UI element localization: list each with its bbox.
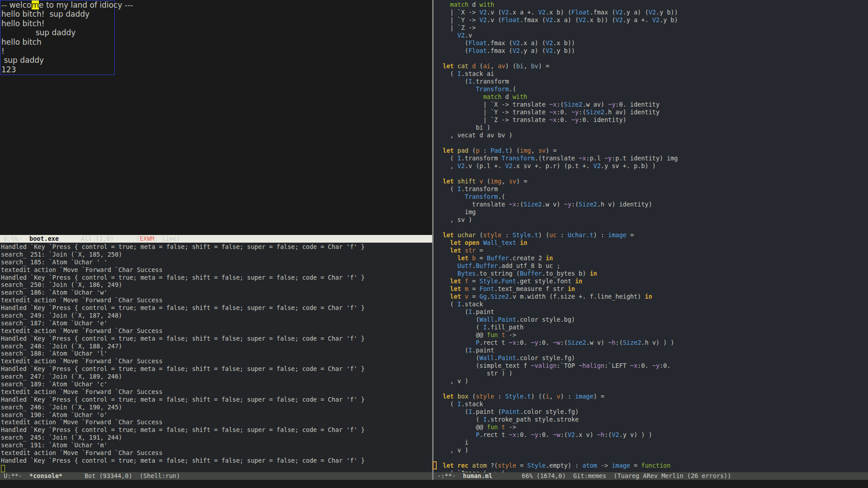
text-line: str ) ) (435, 370, 868, 377)
text-line: Handled `Key `Press { control = true; me… (1, 335, 432, 343)
text-line: ( I.stack ai (435, 70, 868, 78)
text-line: ( I.transform (435, 185, 868, 193)
modeline-boot-exe: U:%%- boot.exe All (1,0) (EXWM: line) (0, 235, 432, 243)
text-line: (I.paint (435, 308, 868, 316)
text-line: -- welcome to my land of idiocy --- (1, 0, 133, 9)
text-line: 123 (1, 65, 133, 74)
text-line: | `Y -> V2.v (Float.fmax (V2.x a) (V2.x … (435, 16, 868, 24)
text-line: match d with (435, 1, 868, 9)
text-line: hello bitch (1, 38, 133, 47)
text-line: | `X -> translate ~x:(Size2.w av) ~y:0. … (435, 101, 868, 108)
text-line: ( I.stroke_path style.stroke (435, 416, 868, 423)
text-line: bi ) (435, 124, 868, 131)
text-line: textedit action `Move `Forward `Char Suc… (1, 327, 432, 335)
text-line: , v ) (435, 377, 868, 385)
text-line: search_ 247: `Join (`X, 189, 246) (1, 373, 432, 380)
text-line: let box (style : Style.t) ((i, v) : imag… (435, 393, 868, 400)
text-line: P.rect t ~x:0. ~y:0. ~w:(Size2.w v) ~h:(… (435, 339, 868, 347)
text-line: search_ 190: `Atom `Uchar 'o' (1, 411, 432, 419)
text-line: img (435, 208, 868, 216)
text-line: | `X -> V2.v (V2.x a +. V2.x b) (Float.f… (435, 9, 868, 16)
text-line: sup daddy (1, 28, 133, 37)
text-line: Transform.( (435, 193, 868, 201)
console-output: Handled `Key `Press { control = true; me… (1, 243, 432, 465)
text-line: let b = Buffer.create 2 in (435, 254, 868, 262)
text-line (435, 139, 868, 147)
text-line: (I.transform (435, 78, 868, 85)
text-line: let rec atom ?(style = Style.empty) : at… (435, 462, 868, 469)
text-line: i (435, 439, 868, 446)
text-line: let m = Font.text_measure f str in (435, 285, 868, 293)
code-buffer-human-ml[interactable]: match d with | `X -> V2.v (V2.x a +. V2.… (434, 0, 868, 472)
boot-exe-window[interactable]: -- welcome to my land of idiocy ---hello… (0, 0, 432, 235)
text-line: let pad (p : Pad.t) (img, sv) = (435, 147, 868, 155)
text-line: (Wall.Paint.color style.bg) (435, 316, 868, 324)
text-line: Handled `Key `Press { control = true; me… (1, 365, 432, 373)
text-line: @@ fun t -> (435, 331, 868, 339)
text-line: sup daddy (1, 56, 133, 65)
text-line: textedit action `Move `Forward `Char Suc… (1, 296, 432, 304)
text-line: (I.paint (Paint.color style.fg) (435, 408, 868, 416)
text-line: (Float.fmax (V2.y a) (V2.y b)) (435, 47, 868, 55)
text-line: search_ 185: `Atom `Uchar ' ' (1, 258, 432, 266)
modeline-console: U:**- *console* Bot (93344,0) (Shell:run… (0, 472, 433, 480)
text-line: Handled `Key `Press { control = true; me… (1, 426, 432, 434)
text-line: | `Z -> (435, 24, 868, 32)
text-line: let f = Style.Font.get style.font in (435, 277, 868, 285)
boot-output: -- welcome to my land of idiocy ---hello… (1, 0, 133, 74)
text-line: translate ~x:(Size2.w v) ~y:(Size2.h v) … (435, 201, 868, 208)
text-line: Handled `Key `Press { control = true; me… (1, 243, 432, 251)
text-line: textedit action `Move `Forward `Char Suc… (1, 449, 432, 457)
minibuffer[interactable] (0, 480, 868, 488)
console-buffer[interactable]: Handled `Key `Press { control = true; me… (0, 243, 432, 472)
text-line: , vecat d av bv ) (435, 131, 868, 139)
text-line: @@ fun t -> (435, 423, 868, 431)
text-line: search_ 186: `Atom `Uchar 'w' (1, 289, 432, 296)
text-line: hello bitch! (1, 19, 133, 28)
exwm-desktop: -- welcome to my land of idiocy ---hello… (0, 0, 868, 488)
text-line: Bytes.to_string (Buffer.to_bytes b) in (435, 270, 868, 277)
text-line: (I.paint (435, 347, 868, 354)
text-line: textedit action `Move `Forward `Char Suc… (1, 266, 432, 274)
text-line: V2.v (435, 32, 868, 39)
text-line (435, 454, 868, 462)
text-line: search_ 188: `Atom `Uchar 'l' (1, 350, 432, 357)
text-line: search_ 249: `Join (`X, 187, 248) (1, 312, 432, 319)
text-line: hello bitch! sup daddy (1, 9, 133, 19)
text-line: Handled `Key `Press { control = true; me… (1, 304, 432, 312)
text-line: Uutf.Buffer.add_utf_8 b uc ; (435, 262, 868, 270)
text-line: Handled `Key `Press { control = true; me… (1, 457, 432, 465)
text-line: search_ 245: `Join (`X, 191, 244) (1, 434, 432, 441)
text-line: (Float.fmax (V2.x a) (V2.x b)) (435, 39, 868, 47)
text-line: let open Wall_text in (435, 239, 868, 247)
text-line: ( I.transform Transform.(translate ~x:p.… (435, 155, 868, 162)
modeline-human-ml: -:**- human.ml 66% (1674,0) Git:memes (T… (434, 472, 868, 480)
text-line: , v ) (435, 446, 868, 454)
text-line: Handled `Key `Press { control = true; me… (1, 396, 432, 404)
text-line: P.rect t ~x:0. ~y:0. ~w:(V2.x v) ~h:(V2.… (435, 431, 868, 439)
text-line: let str = (435, 247, 868, 254)
text-line: textedit action `Move `Forward `Char Suc… (1, 357, 432, 365)
text-line: ( I.stack (435, 300, 868, 308)
text-line: search_ 251: `Join (`X, 185, 250) (1, 251, 432, 258)
text-line: let v = Gg.Size2.v m.width (f.size +. f.… (435, 293, 868, 300)
text-line: search_ 191: `Atom `Uchar 'm' (1, 441, 432, 449)
text-line: search_ 187: `Atom `Uchar 'e' (1, 319, 432, 327)
text-line: search_ 250: `Join (`X, 186, 249) (1, 281, 432, 289)
text-line: let uchar (style : Style.t) (uc : Uchar.… (435, 231, 868, 239)
text-line: Transform.( (435, 85, 868, 93)
text-line: ( I.stack (435, 400, 868, 408)
text-line (435, 224, 868, 231)
text-line: | `Z -> translate ~x:0. ~y:0. identity) (435, 116, 868, 124)
text-line: ( I.fill_path (435, 324, 868, 331)
text-line (435, 385, 868, 393)
text-line: ! (1, 47, 133, 56)
text-line: , sv ) (435, 216, 868, 224)
text-line: Handled `Key `Press { control = true; me… (1, 274, 432, 282)
text-line: (Wall.Paint.color style.fg) (435, 354, 868, 362)
code-cursor (433, 461, 437, 469)
text-line (435, 55, 868, 62)
text-line: let shift v (img, sv) = (435, 178, 868, 185)
console-cursor (1, 465, 5, 472)
code-lines: match d with | `X -> V2.v (V2.x a +. V2.… (435, 1, 868, 472)
